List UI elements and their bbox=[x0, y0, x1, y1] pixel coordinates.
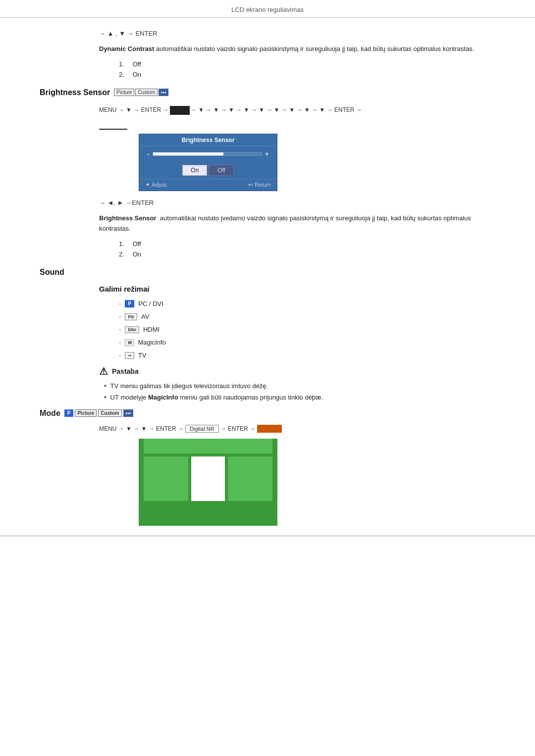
bs-buttons-row: On Off bbox=[139, 162, 277, 179]
brightness-sensor-popup: Brightness Sensor - + On Off ✦ Adjust bbox=[139, 134, 277, 191]
pastaba-bullets: • TV meniu galimas tik įdiegus televizor… bbox=[104, 382, 495, 401]
pastaba-text-2: UT modelyje MagicInfo meniu gali būti na… bbox=[110, 394, 323, 401]
dynamic-contrast-description: Dynamic Contrast automatiškai nustato va… bbox=[99, 44, 495, 54]
pc-dvi-label: PC / DVI bbox=[138, 300, 163, 307]
menu-black-box bbox=[170, 106, 190, 115]
sound-section: Sound Galimi režimai · P PC / DVI · Ptr … bbox=[40, 268, 495, 401]
magicinfo-badge: M bbox=[125, 339, 134, 346]
badge-blue: ▪▪▪ bbox=[159, 89, 169, 96]
av-badge: Ptr bbox=[125, 313, 137, 320]
galimi-rezimai-heading: Galimi režimai bbox=[99, 285, 495, 293]
bs-underline-text bbox=[99, 117, 127, 130]
bullet-dot: · bbox=[119, 313, 121, 321]
page-header: LCD ekrano reguliavimas bbox=[0, 0, 535, 18]
content-area: → ▲ , ▼ → ENTER Dynamic Contrast automat… bbox=[0, 30, 535, 526]
bs-enter-text: → ◄, ► →ENTER bbox=[99, 199, 154, 206]
mode-heading-badges: P Picture Custom ▪▪▪ bbox=[64, 409, 133, 417]
bs-popup-container: Brightness Sensor - + On Off ✦ Adjust bbox=[139, 134, 495, 191]
mode-popup-middle-row bbox=[144, 456, 272, 501]
dc-item-1: Off bbox=[133, 60, 141, 68]
bs-item-2: On bbox=[133, 251, 141, 258]
brightness-sensor-title: Brightness Sensor bbox=[40, 88, 110, 97]
mode-title: Mode bbox=[40, 409, 60, 418]
badge-picture: Picture bbox=[114, 89, 134, 96]
bs-list: 1. Off 2. On bbox=[119, 240, 495, 258]
list-item: 1. Off bbox=[119, 60, 495, 68]
badge-custom: Custom bbox=[135, 89, 157, 96]
sound-modes-list: · P PC / DVI · Ptr AV · bltn HDMI bbox=[119, 300, 495, 359]
dc-item-2: On bbox=[133, 71, 141, 78]
pastaba-section: ⚠ Pastaba • TV meniu galimas tik įdiegus… bbox=[99, 365, 495, 401]
mode-popup-left-block bbox=[144, 456, 188, 501]
list-item: 1. Off bbox=[119, 240, 495, 248]
brightness-sensor-badge: Picture Custom ▪▪▪ bbox=[114, 89, 168, 96]
pastaba-text-1: TV meniu galimas tik įdiegus televizoria… bbox=[110, 382, 268, 390]
bs-footer-row: ✦ Adjust ↩ Return bbox=[139, 179, 277, 191]
digital-nr-box: Digital NR bbox=[185, 425, 219, 433]
mode-item-hdmi: · bltn HDMI bbox=[119, 326, 495, 334]
av-label: AV bbox=[141, 313, 149, 320]
nav-arrow-text: → ▲ , ▼ → ENTER bbox=[99, 30, 157, 37]
mode-badge-blue: ▪▪▪ bbox=[123, 409, 134, 417]
tv-label: TV bbox=[138, 352, 147, 359]
sound-heading: Sound bbox=[40, 268, 495, 277]
magicinfo-label: MagicInfo bbox=[138, 339, 165, 346]
hdmi-badge: bltn bbox=[125, 326, 139, 333]
sound-title: Sound bbox=[40, 268, 64, 277]
bs-footer-adjust: ✦ Adjust bbox=[145, 181, 167, 188]
mode-item-av: · Ptr AV bbox=[119, 313, 495, 321]
bottom-border bbox=[0, 536, 535, 536]
mode-menu-path: MENU → ▼ → ▼ → ENTER → Digital NR → ENTE… bbox=[99, 425, 495, 433]
tv-badge: ▪▪ bbox=[125, 352, 134, 359]
pastaba-icon: ⚠ bbox=[99, 365, 108, 377]
bullet-dot: · bbox=[119, 339, 121, 347]
mode-popup-container bbox=[139, 439, 495, 526]
bs-slider-track[interactable] bbox=[153, 152, 262, 156]
mode-badge-custom: Custom bbox=[98, 409, 121, 417]
mode-item-pc: · P PC / DVI bbox=[119, 300, 495, 308]
pastaba-bullet-2: • UT modelyje MagicInfo meniu gali būti … bbox=[104, 394, 495, 401]
mode-popup-center-block bbox=[191, 456, 225, 501]
pastaba-bullet-1: • TV meniu galimas tik įdiegus televizor… bbox=[104, 382, 495, 390]
galimi-rezimai-text: Galimi režimai bbox=[99, 285, 150, 293]
bs-item-1: Off bbox=[133, 240, 141, 248]
dynamic-contrast-list: 1. Off 2. On bbox=[119, 60, 495, 78]
mode-badge-p: P bbox=[64, 409, 74, 417]
mode-badge-picture: Picture bbox=[75, 409, 97, 417]
mode-popup-top-bar bbox=[144, 439, 272, 454]
return-icon: ↩ bbox=[248, 181, 253, 188]
adjust-icon: ✦ bbox=[145, 181, 150, 188]
bs-menu-underline bbox=[99, 117, 495, 130]
mode-item-tv: · ▪▪ TV bbox=[119, 352, 495, 359]
page-title: LCD ekrano reguliavimas bbox=[231, 6, 304, 13]
bs-enter-instruction: → ◄, ► →ENTER bbox=[99, 199, 495, 206]
bs-plus-icon: + bbox=[265, 150, 269, 158]
mode-section-heading: Mode P Picture Custom ▪▪▪ bbox=[40, 409, 495, 418]
pc-dvi-badge: P bbox=[125, 300, 134, 307]
bullet-dot: · bbox=[119, 300, 121, 308]
bs-minus-icon: - bbox=[147, 150, 150, 158]
mode-popup-bottom bbox=[139, 501, 277, 526]
list-item: 2. On bbox=[119, 71, 495, 78]
bs-adjust-label: Adjust bbox=[152, 182, 167, 188]
page-container: LCD ekrano reguliavimas → ▲ , ▼ → ENTER … bbox=[0, 0, 535, 756]
bs-desc-text: Brightness Sensor automatiškai nustato į… bbox=[99, 214, 471, 232]
brightness-sensor-heading: Brightness Sensor Picture Custom ▪▪▪ bbox=[40, 88, 495, 97]
bullet-dot: · bbox=[119, 352, 121, 359]
bs-on-button[interactable]: On bbox=[182, 165, 207, 176]
bs-description: Brightness Sensor automatiškai nustato į… bbox=[99, 213, 495, 234]
bs-off-button[interactable]: Off bbox=[209, 165, 234, 176]
bullet-dot: · bbox=[119, 326, 121, 334]
mode-popup bbox=[139, 439, 277, 526]
bullet-marker: • bbox=[104, 394, 107, 401]
bs-popup-title: Brightness Sensor bbox=[139, 134, 277, 146]
bs-return-label: Return bbox=[255, 182, 271, 188]
list-item: 2. On bbox=[119, 251, 495, 258]
pastaba-title: Pastaba bbox=[112, 367, 139, 375]
pastaba-heading: ⚠ Pastaba bbox=[99, 365, 495, 377]
bs-menu-path: MENU → ▼ → ENTER → → ▼ → ▼ → ▼ → ▼ → ▼ →… bbox=[99, 105, 495, 116]
hdmi-label: HDMI bbox=[143, 326, 160, 333]
dynamic-contrast-desc-text: Dynamic Contrast automatiškai nustato va… bbox=[99, 45, 474, 52]
bs-footer-return: ↩ Return bbox=[248, 181, 271, 188]
orange-box bbox=[257, 425, 282, 433]
